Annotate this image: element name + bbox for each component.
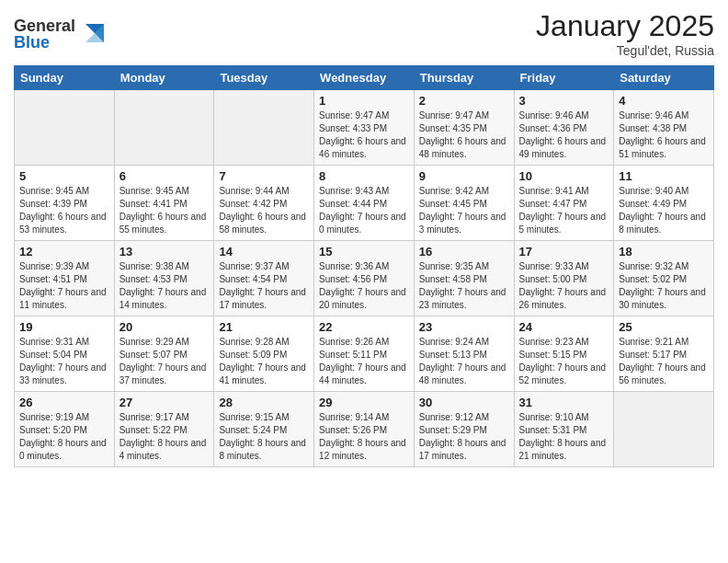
calendar-week-5: 26Sunrise: 9:19 AM Sunset: 5:20 PM Dayli… (15, 392, 714, 467)
day-info: Sunrise: 9:41 AM Sunset: 4:47 PM Dayligh… (519, 185, 609, 236)
day-number: 22 (319, 320, 409, 334)
svg-text:General: General (14, 17, 75, 35)
day-number: 29 (319, 396, 409, 409)
day-info: Sunrise: 9:29 AM Sunset: 5:07 PM Dayligh… (119, 336, 210, 387)
day-number: 5 (19, 169, 109, 183)
day-number: 10 (519, 169, 609, 183)
calendar-cell: 24Sunrise: 9:23 AM Sunset: 5:15 PM Dayli… (514, 316, 614, 392)
calendar-cell: 12Sunrise: 9:39 AM Sunset: 4:51 PM Dayli… (15, 241, 115, 316)
title-block: January 2025 Tegul'det, Russia (536, 9, 714, 58)
day-info: Sunrise: 9:24 AM Sunset: 5:13 PM Dayligh… (419, 336, 509, 387)
page: General Blue January 2025 Tegul'det, Rus… (0, 0, 728, 563)
calendar-cell: 27Sunrise: 9:17 AM Sunset: 5:22 PM Dayli… (114, 392, 214, 467)
day-number: 2 (419, 94, 509, 108)
calendar-cell: 19Sunrise: 9:31 AM Sunset: 5:04 PM Dayli… (15, 316, 115, 392)
calendar-cell: 4Sunrise: 9:46 AM Sunset: 4:38 PM Daylig… (614, 90, 714, 166)
calendar-cell (114, 90, 214, 166)
calendar-cell: 3Sunrise: 9:46 AM Sunset: 4:36 PM Daylig… (514, 90, 614, 166)
day-number: 1 (319, 94, 409, 108)
day-info: Sunrise: 9:40 AM Sunset: 4:49 PM Dayligh… (619, 185, 709, 236)
logo-text: General Blue (14, 13, 115, 57)
day-info: Sunrise: 9:17 AM Sunset: 5:22 PM Dayligh… (119, 411, 210, 463)
day-info: Sunrise: 9:46 AM Sunset: 4:36 PM Dayligh… (519, 109, 609, 161)
calendar-cell: 2Sunrise: 9:47 AM Sunset: 4:35 PM Daylig… (414, 90, 514, 166)
day-info: Sunrise: 9:44 AM Sunset: 4:42 PM Dayligh… (219, 185, 309, 236)
day-number: 23 (419, 320, 509, 334)
day-number: 11 (619, 169, 709, 183)
weekday-header-tuesday: Tuesday (214, 66, 314, 90)
calendar-cell: 22Sunrise: 9:26 AM Sunset: 5:11 PM Dayli… (314, 316, 415, 392)
weekday-header-row: SundayMondayTuesdayWednesdayThursdayFrid… (15, 66, 714, 90)
day-info: Sunrise: 9:45 AM Sunset: 4:39 PM Dayligh… (19, 185, 109, 236)
weekday-header-sunday: Sunday (15, 66, 115, 90)
location-subtitle: Tegul'det, Russia (536, 43, 714, 58)
calendar-week-2: 5Sunrise: 9:45 AM Sunset: 4:39 PM Daylig… (15, 166, 714, 241)
day-number: 27 (119, 396, 210, 409)
day-number: 12 (19, 245, 109, 259)
day-number: 25 (619, 320, 709, 334)
calendar-week-1: 1Sunrise: 9:47 AM Sunset: 4:33 PM Daylig… (15, 90, 714, 166)
calendar-cell: 25Sunrise: 9:21 AM Sunset: 5:17 PM Dayli… (614, 316, 714, 392)
day-number: 9 (419, 169, 509, 183)
calendar-cell: 8Sunrise: 9:43 AM Sunset: 4:44 PM Daylig… (314, 166, 415, 241)
weekday-header-wednesday: Wednesday (314, 66, 415, 90)
day-number: 21 (219, 320, 309, 334)
day-info: Sunrise: 9:46 AM Sunset: 4:38 PM Dayligh… (619, 109, 709, 161)
day-number: 14 (219, 245, 309, 259)
day-number: 28 (219, 396, 309, 409)
day-number: 13 (119, 245, 210, 259)
day-info: Sunrise: 9:42 AM Sunset: 4:45 PM Dayligh… (419, 185, 509, 236)
day-info: Sunrise: 9:47 AM Sunset: 4:35 PM Dayligh… (419, 109, 509, 161)
calendar-cell: 17Sunrise: 9:33 AM Sunset: 5:00 PM Dayli… (514, 241, 614, 316)
day-info: Sunrise: 9:47 AM Sunset: 4:33 PM Dayligh… (319, 109, 409, 161)
day-number: 15 (319, 245, 409, 259)
day-number: 6 (119, 169, 210, 183)
day-info: Sunrise: 9:35 AM Sunset: 4:58 PM Dayligh… (419, 260, 509, 312)
day-info: Sunrise: 9:10 AM Sunset: 5:31 PM Dayligh… (519, 411, 609, 463)
calendar-cell: 21Sunrise: 9:28 AM Sunset: 5:09 PM Dayli… (214, 316, 314, 392)
day-number: 19 (19, 320, 109, 334)
calendar-cell: 13Sunrise: 9:38 AM Sunset: 4:53 PM Dayli… (114, 241, 214, 316)
day-number: 4 (619, 94, 709, 108)
calendar-cell: 29Sunrise: 9:14 AM Sunset: 5:26 PM Dayli… (314, 392, 415, 467)
calendar-cell: 15Sunrise: 9:36 AM Sunset: 4:56 PM Dayli… (314, 241, 415, 316)
day-info: Sunrise: 9:21 AM Sunset: 5:17 PM Dayligh… (619, 336, 709, 387)
weekday-header-saturday: Saturday (614, 66, 714, 90)
svg-text:Blue: Blue (14, 33, 50, 52)
day-info: Sunrise: 9:36 AM Sunset: 4:56 PM Dayligh… (319, 260, 409, 312)
day-info: Sunrise: 9:14 AM Sunset: 5:26 PM Dayligh… (319, 411, 409, 463)
day-info: Sunrise: 9:31 AM Sunset: 5:04 PM Dayligh… (19, 336, 109, 387)
day-info: Sunrise: 9:28 AM Sunset: 5:09 PM Dayligh… (219, 336, 309, 387)
calendar-week-3: 12Sunrise: 9:39 AM Sunset: 4:51 PM Dayli… (15, 241, 714, 316)
calendar-cell: 18Sunrise: 9:32 AM Sunset: 5:02 PM Dayli… (614, 241, 714, 316)
calendar-cell: 28Sunrise: 9:15 AM Sunset: 5:24 PM Dayli… (214, 392, 314, 467)
calendar-cell: 14Sunrise: 9:37 AM Sunset: 4:54 PM Dayli… (214, 241, 314, 316)
day-number: 18 (619, 245, 709, 259)
calendar-cell (15, 90, 115, 166)
calendar-week-4: 19Sunrise: 9:31 AM Sunset: 5:04 PM Dayli… (15, 316, 714, 392)
day-number: 3 (519, 94, 609, 108)
day-number: 24 (519, 320, 609, 334)
weekday-header-monday: Monday (114, 66, 214, 90)
calendar-cell: 10Sunrise: 9:41 AM Sunset: 4:47 PM Dayli… (514, 166, 614, 241)
logo-icon: General Blue (14, 13, 115, 53)
day-info: Sunrise: 9:45 AM Sunset: 4:41 PM Dayligh… (119, 185, 210, 236)
day-info: Sunrise: 9:37 AM Sunset: 4:54 PM Dayligh… (219, 260, 309, 312)
calendar-cell: 9Sunrise: 9:42 AM Sunset: 4:45 PM Daylig… (414, 166, 514, 241)
day-info: Sunrise: 9:12 AM Sunset: 5:29 PM Dayligh… (419, 411, 509, 463)
day-number: 26 (19, 396, 109, 409)
day-info: Sunrise: 9:19 AM Sunset: 5:20 PM Dayligh… (19, 411, 109, 463)
day-number: 17 (519, 245, 609, 259)
calendar-cell: 26Sunrise: 9:19 AM Sunset: 5:20 PM Dayli… (15, 392, 115, 467)
day-number: 30 (419, 396, 509, 409)
day-number: 16 (419, 245, 509, 259)
day-info: Sunrise: 9:26 AM Sunset: 5:11 PM Dayligh… (319, 336, 409, 387)
calendar-cell: 6Sunrise: 9:45 AM Sunset: 4:41 PM Daylig… (114, 166, 214, 241)
header: General Blue January 2025 Tegul'det, Rus… (14, 9, 714, 58)
day-info: Sunrise: 9:23 AM Sunset: 5:15 PM Dayligh… (519, 336, 609, 387)
calendar-cell: 7Sunrise: 9:44 AM Sunset: 4:42 PM Daylig… (214, 166, 314, 241)
calendar-cell: 31Sunrise: 9:10 AM Sunset: 5:31 PM Dayli… (514, 392, 614, 467)
day-number: 31 (519, 396, 609, 409)
day-number: 20 (119, 320, 210, 334)
calendar-cell: 20Sunrise: 9:29 AM Sunset: 5:07 PM Dayli… (114, 316, 214, 392)
